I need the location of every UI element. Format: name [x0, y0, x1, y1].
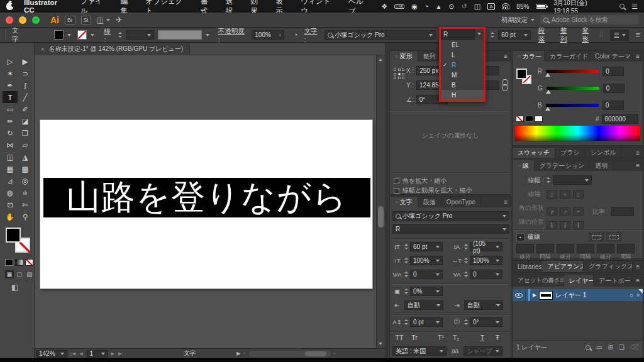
- tab-brushes[interactable]: ブラシ: [555, 148, 586, 158]
- opacity-field[interactable]: 100%›: [252, 30, 284, 40]
- leading-field[interactable]: (105 pt): [470, 242, 502, 251]
- horizontal-scale-field[interactable]: 100%: [470, 256, 502, 265]
- creative-cloud-icon[interactable]: ◉: [411, 3, 418, 11]
- tab-opentype[interactable]: OpenType: [441, 197, 481, 207]
- tab-gradient[interactable]: グラデーション: [535, 160, 590, 171]
- draw-behind-button[interactable]: ▢: [15, 270, 24, 278]
- share-icon[interactable]: ✈: [116, 15, 123, 25]
- reference-point-selector[interactable]: [394, 69, 404, 79]
- preserve-dash-button[interactable]: [589, 233, 604, 241]
- arrange-documents-button[interactable]: ◫: [97, 16, 110, 25]
- weight-option-l[interactable]: L: [441, 50, 484, 60]
- gap-field[interactable]: [617, 244, 635, 253]
- panel-menu-icon[interactable]: ≡: [633, 275, 643, 287]
- round-join-button[interactable]: ╭: [560, 207, 570, 216]
- tab-asset-export[interactable]: アセットの書き出し: [513, 275, 564, 287]
- control-bar-grip[interactable]: [4, 30, 6, 40]
- clock-icon[interactable]: ◔: [425, 3, 429, 10]
- g-value-field[interactable]: 0: [603, 84, 625, 93]
- layer-thumbnail[interactable]: [539, 291, 553, 300]
- weight-option-el[interactable]: EL: [441, 40, 484, 50]
- tab-artboards[interactable]: アートボード: [594, 275, 633, 287]
- color-spectrum-bar[interactable]: [515, 126, 640, 141]
- tab-swatches[interactable]: スウォッチ: [513, 148, 555, 158]
- layer-row[interactable]: ▶ レイヤー 1 ○: [513, 289, 643, 301]
- panel-menu-icon[interactable]: ≡: [633, 51, 643, 62]
- free-transform-tool[interactable]: ▱: [18, 139, 33, 151]
- artboard[interactable]: 山路を登りながら: [40, 119, 373, 289]
- char-font-style-field[interactable]: R: [392, 224, 509, 234]
- stroke-weight-label[interactable]: 線 :: [104, 27, 114, 43]
- locate-object-icon[interactable]: [586, 345, 591, 350]
- apple-menu-icon[interactable]: [6, 3, 13, 10]
- layer-name[interactable]: レイヤー 1: [555, 291, 627, 300]
- pen-tool[interactable]: ✒: [3, 79, 18, 91]
- bevel-join-button[interactable]: ⌐: [573, 207, 584, 216]
- type-tool[interactable]: T: [3, 91, 18, 103]
- tab-color-guide[interactable]: カラーガイド: [545, 51, 590, 62]
- butt-cap-button[interactable]: ▯: [547, 190, 557, 199]
- kerning-field[interactable]: 0: [410, 270, 443, 279]
- strikethrough-button[interactable]: Ŧ: [490, 334, 505, 341]
- vertical-scrollbar-thumb[interactable]: [378, 206, 384, 228]
- fill-color-swatch[interactable]: [54, 30, 64, 40]
- shape-builder-tool[interactable]: ◫: [3, 151, 18, 163]
- miter-ratio-field[interactable]: [611, 207, 634, 216]
- weight-option-m[interactable]: M: [441, 70, 484, 80]
- layer-expand-icon[interactable]: ▶: [533, 292, 536, 298]
- dock-controls-button[interactable]: ≣: [610, 30, 629, 41]
- char-font-family-field[interactable]: 小塚ゴシック Pro: [392, 211, 509, 221]
- status-tool-name[interactable]: 文字: [184, 349, 196, 358]
- tab-stroke[interactable]: ○線: [513, 160, 535, 171]
- eraser-tool[interactable]: ◪: [18, 115, 33, 127]
- gdrive-icon[interactable]: ▲: [435, 3, 441, 10]
- toolbar-fill-swatch[interactable]: [6, 228, 21, 243]
- zoom-level-field[interactable]: 142%: [36, 350, 67, 358]
- scale-corners-checkbox[interactable]: [394, 178, 399, 184]
- horizontal-scrollbar[interactable]: [249, 351, 331, 357]
- tab-appearance[interactable]: アピアランス: [542, 261, 584, 272]
- char-size-field[interactable]: 60 pt: [410, 242, 443, 251]
- stroke-weight-field[interactable]: [126, 30, 155, 40]
- round-cap-button[interactable]: ◖: [560, 190, 570, 199]
- baseline-shift-field[interactable]: 0 pt: [410, 317, 443, 327]
- layer-selection-indicator[interactable]: [636, 293, 640, 297]
- width-tool[interactable]: ⋈: [3, 139, 18, 151]
- char-rotation-field[interactable]: 0°: [470, 317, 502, 327]
- stroke-weight-stepper[interactable]: [118, 32, 122, 38]
- control-panel-menu-icon[interactable]: ≡: [635, 30, 640, 40]
- g-slider[interactable]: [547, 87, 599, 90]
- tab-graphic-styles[interactable]: グラフィックスタ・: [584, 261, 633, 272]
- dash-field[interactable]: [557, 244, 574, 253]
- dash-field[interactable]: [597, 244, 614, 253]
- check-circle-icon[interactable]: ⊙: [448, 3, 454, 11]
- tsume-field[interactable]: 0%: [410, 287, 443, 296]
- make-clipping-mask-icon[interactable]: ▭: [596, 344, 602, 351]
- line-icon[interactable]: LINE: [394, 4, 404, 9]
- white-swatch[interactable]: [535, 116, 543, 122]
- slice-tool[interactable]: ✄: [18, 199, 33, 211]
- gradient-mode-button[interactable]: [15, 259, 23, 266]
- color-mode-button[interactable]: [5, 259, 13, 266]
- status-flyout-icon[interactable]: ▶: [236, 351, 240, 356]
- dashed-line-checkbox[interactable]: ▪: [516, 233, 525, 241]
- subscript-button[interactable]: T₁: [448, 334, 464, 341]
- dropbox-icon[interactable]: ❖: [381, 3, 387, 11]
- bridge-button[interactable]: Br: [65, 16, 75, 25]
- antialias-field[interactable]: シャープ: [464, 346, 502, 356]
- weight-option-r[interactable]: R: [441, 60, 484, 70]
- font-size-field[interactable]: 60 pt: [498, 30, 531, 40]
- line-segment-tool[interactable]: ╱: [18, 91, 33, 103]
- eyedropper-tool[interactable]: ⊿: [3, 175, 18, 187]
- pencil-tool[interactable]: ✏: [3, 115, 18, 127]
- align-link[interactable]: 整列: [560, 26, 574, 44]
- projecting-cap-button[interactable]: ▯: [573, 190, 584, 199]
- tab-color[interactable]: ○カラー: [513, 51, 545, 62]
- r-value-field[interactable]: 0: [602, 67, 624, 76]
- paintbrush-tool[interactable]: ✐: [18, 103, 33, 115]
- rectangle-tool[interactable]: ▭: [3, 103, 18, 115]
- recolor-artwork-icon[interactable]: ◔: [293, 30, 298, 40]
- barcode-icon[interactable]: ◫: [474, 3, 480, 11]
- none-mode-button[interactable]: [25, 259, 33, 266]
- rotate-tool[interactable]: ↻: [3, 127, 18, 139]
